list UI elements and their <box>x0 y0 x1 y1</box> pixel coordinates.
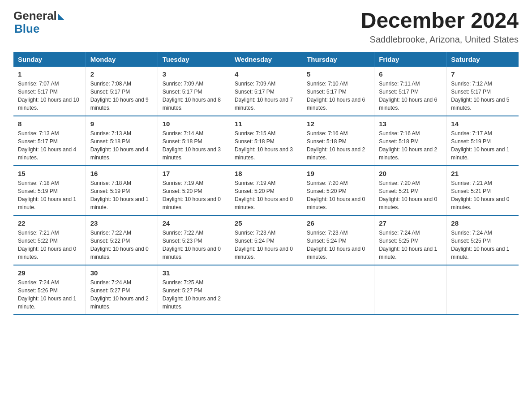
day-number: 12 <box>307 120 369 128</box>
day-cell-21: 21Sunrise: 7:21 AMSunset: 5:21 PMDayligh… <box>446 166 519 215</box>
day-info: Sunrise: 7:23 AMSunset: 5:24 PMDaylight:… <box>307 229 369 261</box>
header-cell-saturday: Saturday <box>446 52 519 67</box>
day-number: 23 <box>90 219 153 227</box>
day-number: 4 <box>235 70 297 78</box>
day-info: Sunrise: 7:18 AMSunset: 5:19 PMDaylight:… <box>90 179 153 211</box>
day-cell-14: 14Sunrise: 7:17 AMSunset: 5:19 PMDayligh… <box>446 116 519 166</box>
day-cell-29: 29Sunrise: 7:24 AMSunset: 5:26 PMDayligh… <box>13 265 86 315</box>
day-cell-11: 11Sunrise: 7:15 AMSunset: 5:18 PMDayligh… <box>230 116 302 166</box>
day-cell-2: 2Sunrise: 7:08 AMSunset: 5:17 PMDaylight… <box>86 67 158 116</box>
day-number: 8 <box>18 120 81 128</box>
day-number: 14 <box>451 120 514 128</box>
day-info: Sunrise: 7:24 AMSunset: 5:26 PMDaylight:… <box>18 278 81 311</box>
day-cell-7: 7Sunrise: 7:12 AMSunset: 5:17 PMDaylight… <box>446 67 519 116</box>
logo-arrow-icon <box>58 14 64 20</box>
day-number: 26 <box>307 219 369 227</box>
day-info: Sunrise: 7:11 AMSunset: 5:17 PMDaylight:… <box>379 80 442 112</box>
day-info: Sunrise: 7:24 AMSunset: 5:25 PMDaylight:… <box>451 229 514 261</box>
day-cell-30: 30Sunrise: 7:24 AMSunset: 5:27 PMDayligh… <box>86 265 158 315</box>
day-number: 16 <box>90 170 153 177</box>
day-number: 24 <box>163 219 225 227</box>
day-info: Sunrise: 7:07 AMSunset: 5:17 PMDaylight:… <box>18 80 81 112</box>
day-info: Sunrise: 7:16 AMSunset: 5:18 PMDaylight:… <box>379 129 442 162</box>
logo-blue-text: Blue <box>13 22 39 36</box>
week-row-3: 15Sunrise: 7:18 AMSunset: 5:19 PMDayligh… <box>13 166 519 215</box>
day-cell-16: 16Sunrise: 7:18 AMSunset: 5:19 PMDayligh… <box>86 166 158 215</box>
day-cell-31: 31Sunrise: 7:25 AMSunset: 5:27 PMDayligh… <box>158 265 230 315</box>
day-cell-10: 10Sunrise: 7:14 AMSunset: 5:18 PMDayligh… <box>158 116 230 166</box>
day-cell-4: 4Sunrise: 7:09 AMSunset: 5:17 PMDaylight… <box>230 67 302 116</box>
day-number: 19 <box>307 170 369 177</box>
day-cell-empty <box>302 265 374 315</box>
month-title: December 2024 <box>361 9 519 33</box>
week-row-4: 22Sunrise: 7:21 AMSunset: 5:22 PMDayligh… <box>13 215 519 265</box>
day-number: 10 <box>163 120 225 128</box>
day-number: 18 <box>235 170 297 177</box>
day-cell-12: 12Sunrise: 7:16 AMSunset: 5:18 PMDayligh… <box>302 116 374 166</box>
day-number: 28 <box>451 219 514 227</box>
day-info: Sunrise: 7:22 AMSunset: 5:22 PMDaylight:… <box>90 229 153 261</box>
day-cell-5: 5Sunrise: 7:10 AMSunset: 5:17 PMDaylight… <box>302 67 374 116</box>
day-number: 3 <box>163 70 225 78</box>
logo: General Blue <box>13 9 64 36</box>
day-cell-20: 20Sunrise: 7:20 AMSunset: 5:21 PMDayligh… <box>374 166 446 215</box>
header-cell-sunday: Sunday <box>13 52 86 67</box>
day-cell-empty <box>446 265 519 315</box>
day-cell-28: 28Sunrise: 7:24 AMSunset: 5:25 PMDayligh… <box>446 215 519 265</box>
day-cell-8: 8Sunrise: 7:13 AMSunset: 5:17 PMDaylight… <box>13 116 86 166</box>
page-header: General Blue December 2024 Saddlebrooke,… <box>13 9 519 45</box>
day-info: Sunrise: 7:20 AMSunset: 5:21 PMDaylight:… <box>379 179 442 211</box>
day-number: 11 <box>235 120 297 128</box>
day-number: 20 <box>379 170 442 177</box>
day-number: 31 <box>163 269 225 277</box>
day-info: Sunrise: 7:19 AMSunset: 5:20 PMDaylight:… <box>163 179 225 211</box>
day-cell-empty <box>374 265 446 315</box>
header-cell-wednesday: Wednesday <box>230 52 302 67</box>
day-info: Sunrise: 7:22 AMSunset: 5:23 PMDaylight:… <box>163 229 225 261</box>
day-info: Sunrise: 7:19 AMSunset: 5:20 PMDaylight:… <box>235 179 297 211</box>
week-row-1: 1Sunrise: 7:07 AMSunset: 5:17 PMDaylight… <box>13 67 519 116</box>
day-info: Sunrise: 7:16 AMSunset: 5:18 PMDaylight:… <box>307 129 369 162</box>
day-number: 29 <box>18 269 81 277</box>
day-cell-22: 22Sunrise: 7:21 AMSunset: 5:22 PMDayligh… <box>13 215 86 265</box>
day-info: Sunrise: 7:15 AMSunset: 5:18 PMDaylight:… <box>235 129 297 162</box>
logo-general-text: General <box>13 9 57 23</box>
day-number: 6 <box>379 70 442 78</box>
day-cell-18: 18Sunrise: 7:19 AMSunset: 5:20 PMDayligh… <box>230 166 302 215</box>
day-info: Sunrise: 7:23 AMSunset: 5:24 PMDaylight:… <box>235 229 297 261</box>
title-area: December 2024 Saddlebrooke, Arizona, Uni… <box>361 9 519 45</box>
header-cell-thursday: Thursday <box>302 52 374 67</box>
day-cell-empty <box>230 265 302 315</box>
day-cell-24: 24Sunrise: 7:22 AMSunset: 5:23 PMDayligh… <box>158 215 230 265</box>
day-info: Sunrise: 7:21 AMSunset: 5:21 PMDaylight:… <box>451 179 514 211</box>
day-number: 1 <box>18 70 81 78</box>
day-number: 7 <box>451 70 514 78</box>
day-number: 9 <box>90 120 153 128</box>
day-info: Sunrise: 7:25 AMSunset: 5:27 PMDaylight:… <box>163 278 225 311</box>
day-cell-17: 17Sunrise: 7:19 AMSunset: 5:20 PMDayligh… <box>158 166 230 215</box>
day-info: Sunrise: 7:13 AMSunset: 5:18 PMDaylight:… <box>90 129 153 162</box>
day-cell-26: 26Sunrise: 7:23 AMSunset: 5:24 PMDayligh… <box>302 215 374 265</box>
day-cell-9: 9Sunrise: 7:13 AMSunset: 5:18 PMDaylight… <box>86 116 158 166</box>
day-info: Sunrise: 7:24 AMSunset: 5:25 PMDaylight:… <box>379 229 442 261</box>
week-row-5: 29Sunrise: 7:24 AMSunset: 5:26 PMDayligh… <box>13 265 519 315</box>
day-number: 25 <box>235 219 297 227</box>
day-cell-15: 15Sunrise: 7:18 AMSunset: 5:19 PMDayligh… <box>13 166 86 215</box>
day-cell-6: 6Sunrise: 7:11 AMSunset: 5:17 PMDaylight… <box>374 67 446 116</box>
day-number: 13 <box>379 120 442 128</box>
day-number: 22 <box>18 219 81 227</box>
day-info: Sunrise: 7:14 AMSunset: 5:18 PMDaylight:… <box>163 129 225 162</box>
day-cell-25: 25Sunrise: 7:23 AMSunset: 5:24 PMDayligh… <box>230 215 302 265</box>
day-info: Sunrise: 7:12 AMSunset: 5:17 PMDaylight:… <box>451 80 514 112</box>
header-cell-monday: Monday <box>86 52 158 67</box>
day-info: Sunrise: 7:24 AMSunset: 5:27 PMDaylight:… <box>90 278 153 311</box>
location-text: Saddlebrooke, Arizona, United States <box>361 34 519 45</box>
day-info: Sunrise: 7:20 AMSunset: 5:20 PMDaylight:… <box>307 179 369 211</box>
day-cell-23: 23Sunrise: 7:22 AMSunset: 5:22 PMDayligh… <box>86 215 158 265</box>
day-number: 21 <box>451 170 514 177</box>
day-number: 27 <box>379 219 442 227</box>
header-row: SundayMondayTuesdayWednesdayThursdayFrid… <box>13 52 519 67</box>
header-cell-friday: Friday <box>374 52 446 67</box>
day-info: Sunrise: 7:13 AMSunset: 5:17 PMDaylight:… <box>18 129 81 162</box>
day-number: 30 <box>90 269 153 277</box>
